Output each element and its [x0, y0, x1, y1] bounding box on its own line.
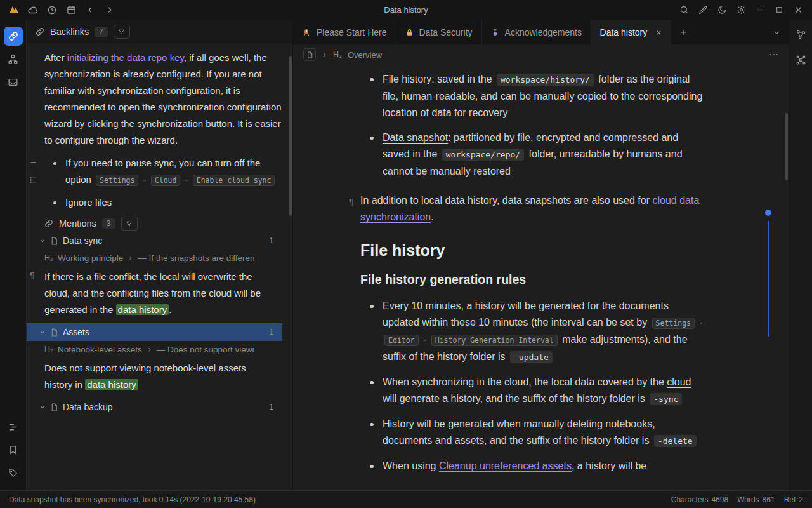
- edit-icon[interactable]: [694, 3, 712, 18]
- list-item[interactable]: Data snapshot: partitioned by file, encr…: [360, 130, 704, 180]
- cloud-sync-icon[interactable]: [24, 3, 42, 18]
- tab-list-chevron-icon[interactable]: [764, 20, 789, 44]
- history-icon[interactable]: [43, 3, 61, 18]
- paragraph-gutter-icon[interactable]: ¶: [30, 271, 34, 280]
- backlink-list-item[interactable]: If you need to pause sync, you can turn …: [44, 155, 282, 189]
- global-graph-icon[interactable]: [792, 51, 810, 69]
- mention-paragraph[interactable]: Does not support viewing notebook-level …: [44, 360, 273, 393]
- mentions-tree: Data sync 1 H₂ Working principle — If th…: [27, 232, 282, 416]
- scroll-position-dot[interactable]: [765, 210, 771, 216]
- search-icon[interactable]: [675, 3, 693, 18]
- list-gutter-icon[interactable]: [29, 176, 37, 184]
- paragraph-gutter-icon[interactable]: ¶: [349, 194, 354, 210]
- tab-label: Data Security: [419, 27, 473, 37]
- theme-moon-icon[interactable]: [713, 3, 731, 18]
- chevron-right-icon: [322, 52, 327, 58]
- chevron-down-icon[interactable]: [39, 237, 46, 244]
- chevron-down-icon[interactable]: [39, 404, 46, 410]
- list-item[interactable]: When using Cleanup unreferenced assets, …: [360, 458, 704, 474]
- scroll-position-line[interactable]: [768, 221, 769, 337]
- backlinks-title: Backlinks: [50, 27, 89, 37]
- medal-icon: [491, 29, 499, 37]
- tabbar-spacer: [695, 20, 764, 44]
- backlinks-filter-button[interactable]: [114, 25, 130, 39]
- mention-paragraph[interactable]: If there is a file conflict, the local w…: [44, 269, 273, 318]
- backlinks-body: After initializing the data repo key, if…: [27, 43, 292, 490]
- backlinks-panel: Backlinks 7 After initializing the data …: [27, 20, 293, 490]
- list-item[interactable]: File history: saved in the workspace/his…: [360, 71, 704, 121]
- chevron-right-icon: [128, 255, 133, 261]
- graph-tree-icon[interactable]: [4, 50, 23, 69]
- h2-icon: H₂: [44, 345, 53, 354]
- tag-icon[interactable]: [4, 463, 23, 482]
- backlinks-header: Backlinks 7: [27, 20, 292, 43]
- mention-path[interactable]: H₂ Notebook-level assets — Does not supp…: [27, 341, 282, 358]
- mention-doc-row[interactable]: Data sync 1: [27, 232, 282, 250]
- mentions-filter-button[interactable]: [121, 217, 138, 231]
- tab-label: Please Start Here: [317, 27, 387, 37]
- tab-acknowledgements[interactable]: Acknowledgements: [482, 20, 591, 44]
- backlinks-dock-icon[interactable]: [4, 27, 23, 46]
- characters-counter: Characters4698: [671, 495, 728, 504]
- h2-icon: H₂: [333, 50, 342, 59]
- backlinks-count-badge: 7: [95, 27, 108, 37]
- settings-gear-icon[interactable]: [732, 3, 750, 18]
- close-icon[interactable]: [789, 3, 807, 18]
- list-item[interactable]: When synchronizing in the cloud, the loc…: [360, 374, 704, 408]
- app-window: Data history: [0, 0, 812, 508]
- mention-doc-count: 1: [269, 328, 273, 337]
- new-tab-button[interactable]: [671, 20, 695, 44]
- heading-2[interactable]: File history generation rules: [360, 271, 704, 288]
- mention-doc-count: 1: [269, 236, 273, 245]
- more-menu-icon[interactable]: ⋯: [769, 49, 779, 60]
- titlebar-left-icons: [5, 3, 118, 18]
- chevron-right-icon: [147, 347, 152, 352]
- document-icon[interactable]: [303, 48, 316, 61]
- tab-data-history[interactable]: Data history: [591, 20, 672, 44]
- tab-label: Data history: [600, 27, 648, 37]
- mention-doc-name: Assets: [63, 327, 89, 337]
- backlink-list-item[interactable]: Ignore files: [44, 194, 282, 211]
- titlebar-right-icons: [675, 3, 807, 18]
- tab-please-start-here[interactable]: Please Start Here: [293, 20, 396, 44]
- heading-1[interactable]: File history: [360, 242, 704, 258]
- tab-data-security[interactable]: Data Security: [396, 20, 482, 44]
- document-content[interactable]: File history: saved in the workspace/his…: [293, 65, 789, 490]
- mentions-header: Mentions 3: [36, 217, 282, 231]
- document-icon: [50, 237, 58, 245]
- right-dock: [789, 20, 812, 490]
- backlink-paragraph[interactable]: After initializing the data repo key, if…: [44, 50, 282, 149]
- paragraph-wrap: ¶ In addition to local data history, dat…: [360, 192, 704, 225]
- outline-icon[interactable]: [4, 417, 23, 436]
- mention-doc-row[interactable]: Data backup 1: [27, 398, 282, 416]
- back-icon[interactable]: [81, 3, 99, 18]
- inbox-icon[interactable]: [4, 72, 23, 91]
- mention-doc-row-selected[interactable]: Assets 1: [27, 323, 282, 341]
- list-item[interactable]: History will be generated when manually …: [360, 416, 704, 450]
- mention-path-crumb: Notebook-level assets: [58, 345, 142, 354]
- mention-path-tail: — If the snapshots are differen: [138, 253, 254, 263]
- list-item[interactable]: Every 10 minutes, a history will be gene…: [360, 298, 704, 366]
- daily-note-icon[interactable]: [62, 3, 80, 18]
- chevron-down-icon[interactable]: [39, 329, 46, 335]
- forward-icon[interactable]: [100, 3, 118, 18]
- app-logo-icon[interactable]: [5, 3, 23, 18]
- status-bar: Data snapshot has been synchronized, too…: [0, 490, 812, 508]
- minimize-icon[interactable]: [751, 3, 769, 18]
- ref-counter: Ref2: [784, 495, 803, 504]
- panel-scrollbar[interactable]: [289, 56, 292, 216]
- maximize-icon[interactable]: [770, 3, 788, 18]
- mention-path[interactable]: H₂ Working principle — If the snapshots …: [27, 250, 282, 266]
- left-dock: [0, 20, 27, 490]
- close-tab-icon[interactable]: [655, 29, 662, 36]
- paragraph[interactable]: In addition to local data history, data …: [360, 192, 704, 225]
- editor-scrollbar[interactable]: [785, 113, 788, 180]
- main-area: Backlinks 7 After initializing the data …: [0, 20, 812, 490]
- mention-paragraph-wrap: ¶ If there is a file conflict, the local…: [27, 266, 282, 323]
- mention-doc-name: Data backup: [63, 402, 113, 412]
- breadcrumb-crumb[interactable]: Overview: [348, 50, 382, 60]
- bookmark-icon[interactable]: [4, 440, 23, 459]
- mention-doc-name: Data sync: [63, 236, 102, 246]
- block-gutter-icon[interactable]: [29, 158, 37, 166]
- graph-icon[interactable]: [792, 25, 810, 43]
